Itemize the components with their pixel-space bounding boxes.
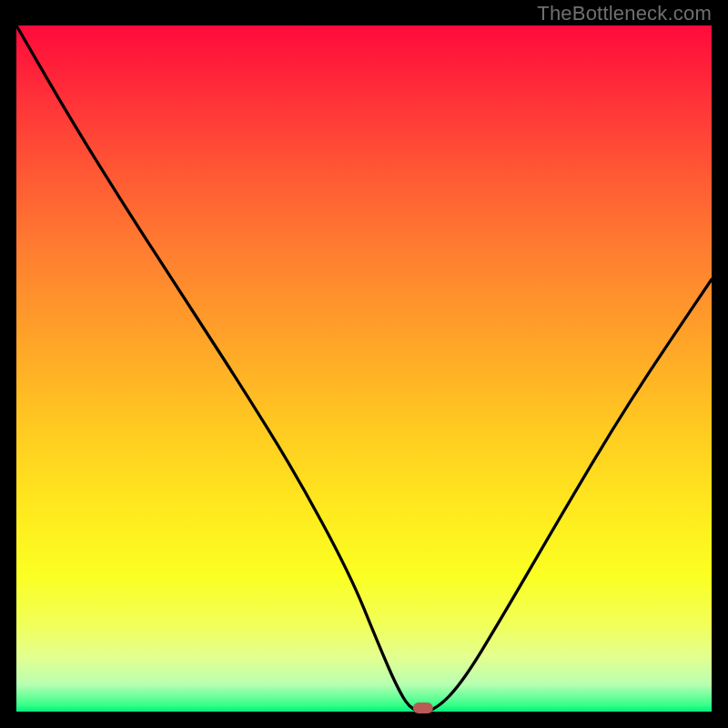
bottleneck-curve <box>16 25 712 712</box>
chart-frame: TheBottleneck.com <box>0 0 728 728</box>
watermark-text: TheBottleneck.com <box>537 2 712 25</box>
curve-path <box>16 25 712 712</box>
optimum-marker <box>413 703 433 713</box>
plot-area <box>16 25 712 712</box>
